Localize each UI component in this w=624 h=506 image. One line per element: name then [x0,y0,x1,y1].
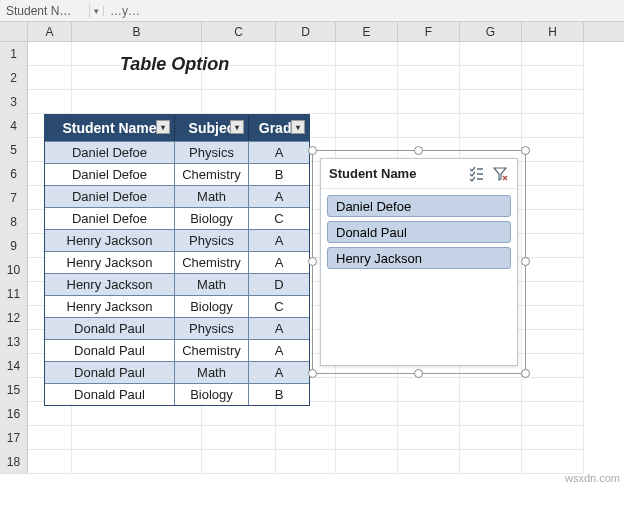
cell[interactable] [28,450,72,474]
table-row[interactable]: Henry JacksonPhysicsA [45,229,309,251]
spreadsheet-grid[interactable]: 123456789101112131415161718 Table Option… [0,42,624,486]
row-header[interactable]: 16 [0,402,28,426]
cell[interactable] [72,450,202,474]
cell[interactable] [398,42,460,66]
col-header-E[interactable]: E [336,22,398,41]
row-header[interactable]: 6 [0,162,28,186]
cell[interactable] [522,402,584,426]
cell[interactable] [336,450,398,474]
table-header-name[interactable]: Student Name ▾ [45,115,175,141]
cell[interactable] [522,282,584,306]
cell[interactable] [28,66,72,90]
cell[interactable] [72,90,202,114]
cell[interactable] [398,426,460,450]
table-row[interactable]: Henry JacksonMathD [45,273,309,295]
cell[interactable] [398,378,460,402]
cell[interactable] [336,426,398,450]
clear-filter-icon[interactable] [491,165,509,183]
table-row[interactable]: Donald PaulMathA [45,361,309,383]
row-header[interactable]: 9 [0,234,28,258]
cell[interactable] [522,330,584,354]
cell[interactable] [398,114,460,138]
cell[interactable] [522,450,584,474]
slicer-item[interactable]: Donald Paul [327,221,511,243]
cell[interactable] [522,426,584,450]
table-row[interactable]: Daniel DefoePhysicsA [45,141,309,163]
cell[interactable] [522,378,584,402]
row-header[interactable]: 15 [0,378,28,402]
cell[interactable] [398,450,460,474]
cell[interactable] [460,90,522,114]
row-header[interactable]: 12 [0,306,28,330]
cell[interactable] [276,42,336,66]
cell[interactable] [398,402,460,426]
table-header-subject[interactable]: Subjec ▾ [175,115,249,141]
cell[interactable] [522,234,584,258]
cell[interactable] [336,66,398,90]
col-header-F[interactable]: F [398,22,460,41]
cell[interactable] [522,90,584,114]
slicer-item[interactable]: Henry Jackson [327,247,511,269]
cell[interactable] [276,450,336,474]
cell[interactable] [522,186,584,210]
col-header-H[interactable]: H [522,22,584,41]
row-header[interactable]: 2 [0,66,28,90]
cell[interactable] [460,402,522,426]
row-header[interactable]: 11 [0,282,28,306]
filter-dropdown-icon[interactable]: ▾ [291,120,305,134]
table-row[interactable]: Daniel DefoeBiologyC [45,207,309,229]
cell[interactable] [398,90,460,114]
name-box-dropdown-icon[interactable]: ▾ [90,6,104,16]
table-header-grade[interactable]: Grade ▾ [249,115,309,141]
col-header-C[interactable]: C [202,22,276,41]
cell[interactable] [522,354,584,378]
cell[interactable] [336,90,398,114]
cell[interactable] [522,42,584,66]
cell[interactable] [460,42,522,66]
row-header[interactable]: 1 [0,42,28,66]
cell[interactable] [276,66,336,90]
cell[interactable] [336,402,398,426]
cell[interactable] [522,306,584,330]
cell[interactable] [336,42,398,66]
cell[interactable] [522,66,584,90]
cell[interactable] [398,66,460,90]
cell[interactable] [460,450,522,474]
table-row[interactable]: Donald PaulPhysicsA [45,317,309,339]
filter-dropdown-icon[interactable]: ▾ [230,120,244,134]
multiselect-icon[interactable] [467,165,485,183]
row-header[interactable]: 8 [0,210,28,234]
slicer-student-name[interactable]: Student Name Daniel DefoeDonald PaulHenr… [320,158,518,366]
table-row[interactable]: Daniel DefoeMathA [45,185,309,207]
row-header[interactable]: 14 [0,354,28,378]
filter-dropdown-icon[interactable]: ▾ [156,120,170,134]
cell[interactable] [336,114,398,138]
name-box[interactable]: Student N… [0,4,90,18]
cell[interactable] [460,378,522,402]
cell[interactable] [460,66,522,90]
table-row[interactable]: Henry JacksonBiologyC [45,295,309,317]
cell[interactable] [202,450,276,474]
cell[interactable] [28,90,72,114]
col-header-G[interactable]: G [460,22,522,41]
col-header-D[interactable]: D [276,22,336,41]
cell[interactable] [202,90,276,114]
cell[interactable] [202,426,276,450]
cell[interactable] [28,426,72,450]
row-header[interactable]: 17 [0,426,28,450]
cell[interactable] [522,114,584,138]
table-row[interactable]: Henry JacksonChemistryA [45,251,309,273]
col-header-A[interactable]: A [28,22,72,41]
cell[interactable] [460,426,522,450]
cell[interactable] [336,378,398,402]
row-header[interactable]: 7 [0,186,28,210]
cell[interactable] [276,426,336,450]
row-header[interactable]: 5 [0,138,28,162]
cell[interactable] [28,42,72,66]
cell[interactable] [460,114,522,138]
cell[interactable] [522,162,584,186]
cell[interactable] [522,210,584,234]
row-header[interactable]: 3 [0,90,28,114]
row-header[interactable]: 4 [0,114,28,138]
row-header[interactable]: 13 [0,330,28,354]
